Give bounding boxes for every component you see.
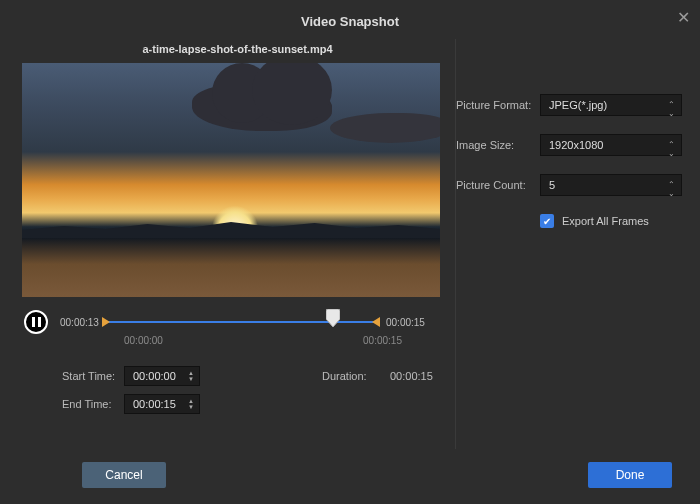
chevron-updown-icon: ⌃⌄ bbox=[668, 180, 675, 198]
stepper-arrows-icon: ▲▼ bbox=[186, 367, 196, 385]
picture-count-value: 5 bbox=[549, 179, 555, 191]
pause-icon bbox=[32, 317, 41, 327]
picture-format-value: JPEG(*.jpg) bbox=[549, 99, 607, 111]
playback-controls: 00:00:13 00:00:15 bbox=[20, 307, 455, 337]
picture-count-row: Picture Count: 5 ⌃⌄ bbox=[456, 174, 682, 196]
scrub-bar[interactable] bbox=[106, 314, 376, 330]
end-time-row: End Time: 00:00:15 ▲▼ bbox=[20, 394, 455, 414]
export-all-label: Export All Frames bbox=[562, 215, 649, 227]
picture-format-row: Picture Format: JPEG(*.jpg) ⌃⌄ bbox=[456, 94, 682, 116]
file-name: a-time-lapse-shot-of-the-sunset.mp4 bbox=[20, 39, 455, 63]
dialog-body: a-time-lapse-shot-of-the-sunset.mp4 00:0… bbox=[0, 39, 700, 449]
start-time-value: 00:00:00 bbox=[133, 370, 176, 382]
dialog-footer: Cancel Done bbox=[0, 462, 700, 492]
left-pane: a-time-lapse-shot-of-the-sunset.mp4 00:0… bbox=[0, 39, 455, 449]
picture-count-select[interactable]: 5 ⌃⌄ bbox=[540, 174, 682, 196]
start-time-stepper[interactable]: 00:00:00 ▲▼ bbox=[124, 366, 200, 386]
picture-count-label: Picture Count: bbox=[456, 179, 540, 191]
chevron-updown-icon: ⌃⌄ bbox=[668, 140, 675, 158]
current-time: 00:00:13 bbox=[60, 317, 102, 328]
right-pane: Picture Format: JPEG(*.jpg) ⌃⌄ Image Siz… bbox=[455, 39, 700, 449]
video-preview[interactable] bbox=[22, 63, 440, 297]
image-size-row: Image Size: 1920x1080 ⌃⌄ bbox=[456, 134, 682, 156]
done-button[interactable]: Done bbox=[588, 462, 672, 488]
duration-readout: Duration: 00:00:15 bbox=[280, 370, 433, 382]
cloud-shape bbox=[330, 113, 440, 143]
picture-format-select[interactable]: JPEG(*.jpg) ⌃⌄ bbox=[540, 94, 682, 116]
video-snapshot-dialog: ✕ Video Snapshot a-time-lapse-shot-of-th… bbox=[0, 0, 700, 504]
playhead-handle[interactable] bbox=[326, 309, 340, 327]
end-time-value: 00:00:15 bbox=[133, 398, 176, 410]
picture-format-label: Picture Format: bbox=[456, 99, 540, 111]
stepper-arrows-icon: ▲▼ bbox=[186, 395, 196, 413]
range-end-handle[interactable] bbox=[372, 317, 380, 327]
total-time: 00:00:15 bbox=[386, 317, 425, 328]
cancel-button[interactable]: Cancel bbox=[82, 462, 166, 488]
image-size-select[interactable]: 1920x1080 ⌃⌄ bbox=[540, 134, 682, 156]
start-time-row: Start Time: 00:00:00 ▲▼ Duration: 00:00:… bbox=[20, 366, 455, 386]
chevron-updown-icon: ⌃⌄ bbox=[668, 100, 675, 118]
duration-label: Duration: bbox=[322, 370, 384, 382]
cloud-shape bbox=[192, 83, 332, 131]
export-all-checkbox[interactable]: ✔ bbox=[540, 214, 554, 228]
end-time-stepper[interactable]: 00:00:15 ▲▼ bbox=[124, 394, 200, 414]
duration-value: 00:00:15 bbox=[390, 370, 433, 382]
image-size-value: 1920x1080 bbox=[549, 139, 603, 151]
close-icon[interactable]: ✕ bbox=[677, 8, 690, 27]
end-time-label: End Time: bbox=[62, 398, 124, 410]
start-time-label: Start Time: bbox=[62, 370, 124, 382]
check-icon: ✔ bbox=[543, 216, 551, 227]
dialog-title: Video Snapshot bbox=[0, 0, 700, 39]
range-start-handle[interactable] bbox=[102, 317, 110, 327]
export-all-row: ✔ Export All Frames bbox=[540, 214, 682, 228]
image-size-label: Image Size: bbox=[456, 139, 540, 151]
pause-button[interactable] bbox=[24, 310, 48, 334]
